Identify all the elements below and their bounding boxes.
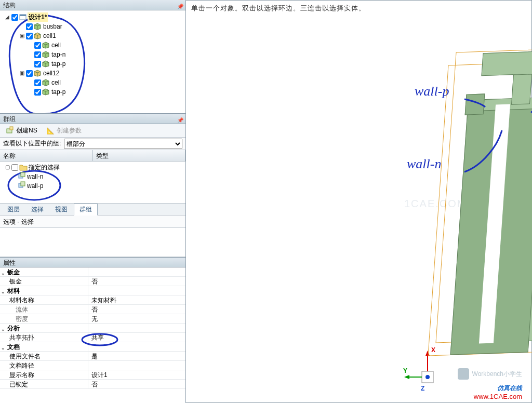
expander-icon[interactable]: ▣	[19, 31, 25, 41]
prop-value[interactable]	[88, 286, 185, 295]
svg-rect-1	[20, 15, 26, 16]
item-label: tap-p	[50, 59, 66, 69]
structure-tree[interactable]: ◢ 设计1* busbar▣cell1celltap-ntap-p▣cell12…	[0, 10, 185, 113]
triad-z: Z	[421, 385, 424, 392]
viewport[interactable]: 单击一个对象。双击以选择环边。三连击以选择实体。 1CAE.COM X Y Z …	[186, 0, 532, 403]
svg-rect-38	[21, 172, 25, 177]
prop-value[interactable]: 共享	[88, 333, 185, 342]
properties-header[interactable]: 属性 📌	[0, 257, 185, 267]
prop-row[interactable]: ⌄文档	[0, 342, 185, 352]
prop-key: 使用文件名	[9, 353, 41, 360]
tree-item[interactable]: busbar	[1, 22, 184, 31]
groups-body[interactable]: ▢ 指定的选择 wall-n wall-p	[0, 162, 185, 203]
item-checkbox[interactable]	[34, 42, 41, 49]
selection-options[interactable]: 选项 - 选择	[0, 216, 185, 228]
create-param-button[interactable]: 📐 创建参数	[43, 125, 85, 137]
item-label: cell	[50, 78, 62, 87]
selection-body	[0, 228, 185, 257]
prop-row[interactable]: ⌄钣金	[0, 267, 185, 277]
create-ns-label: 创建NS	[16, 126, 37, 135]
folder-icon	[19, 164, 28, 171]
prop-value[interactable]	[88, 324, 185, 332]
properties-grid[interactable]: ⌄钣金钣金否⌄材料材料名称未知材料流体否密度无⌄分析共享拓扑共享⌄文档使用文件名…	[0, 267, 185, 403]
item-checkbox[interactable]	[34, 51, 41, 58]
cube-yellow-icon	[34, 70, 41, 77]
group-item[interactable]: wall-n	[2, 172, 183, 181]
tab-groups[interactable]: 群组	[74, 204, 98, 216]
tree-root[interactable]: ◢ 设计1*	[1, 12, 184, 22]
prop-key: 文档	[7, 343, 20, 351]
tree-item[interactable]: cell	[1, 41, 184, 50]
structure-header[interactable]: 结构 📌	[0, 0, 185, 10]
handnote-wall-n: wall-n	[407, 156, 441, 172]
col-type[interactable]: 类型	[93, 150, 186, 161]
tab-layers[interactable]: 图层	[2, 204, 25, 215]
prop-value[interactable]: 否	[88, 305, 185, 314]
prop-value[interactable]: 设计1	[88, 370, 185, 379]
item-checkbox[interactable]	[26, 33, 33, 39]
prop-key: 密度	[16, 315, 28, 323]
item-checkbox[interactable]	[34, 79, 41, 86]
design-icon	[19, 14, 26, 21]
structure-title: 结构	[3, 2, 16, 9]
tree-item[interactable]: tap-p	[1, 59, 184, 69]
tab-select[interactable]: 选择	[26, 204, 49, 215]
prop-row[interactable]: 文档路径	[0, 361, 185, 370]
root-label[interactable]: 设计1*	[28, 12, 48, 22]
lookup-select[interactable]: 根部分	[64, 139, 182, 149]
cube-green-icon	[42, 88, 49, 96]
prop-row[interactable]: 已锁定否	[0, 380, 185, 389]
prop-row[interactable]: 钣金否	[0, 277, 185, 286]
prop-value[interactable]	[88, 267, 185, 276]
prop-value[interactable]	[88, 342, 185, 351]
groups-header[interactable]: 群组 📌	[0, 114, 185, 124]
expander-icon[interactable]: ◢	[4, 12, 10, 22]
item-checkbox[interactable]	[34, 61, 41, 68]
tree-item[interactable]: cell	[1, 78, 184, 87]
cube-green-icon	[42, 79, 49, 86]
prop-row[interactable]: 使用文件名是	[0, 352, 185, 361]
expander-icon[interactable]: ▣	[19, 69, 25, 78]
wechat-icon	[458, 368, 469, 380]
prop-value[interactable]: 否	[88, 380, 185, 388]
item-checkbox[interactable]	[26, 23, 33, 30]
prop-row[interactable]: 流体否	[0, 305, 185, 314]
group-label: wall-p	[27, 181, 43, 191]
watermark-main: Workbench小学生	[458, 368, 522, 380]
tree-item[interactable]: tap-n	[1, 50, 184, 59]
create-ns-button[interactable]: 创建NS	[2, 124, 41, 137]
prop-key: 材料名称	[9, 297, 34, 304]
folder-checkbox[interactable]	[11, 164, 18, 171]
svg-point-53	[425, 375, 430, 379]
prop-row[interactable]: ⌄材料	[0, 286, 185, 295]
prop-row[interactable]: ⌄分析	[0, 324, 185, 333]
tree-item[interactable]: tap-p	[1, 87, 184, 97]
prop-value[interactable]: 无	[88, 314, 185, 323]
prop-row[interactable]: 显示名称设计1	[0, 370, 185, 380]
item-checkbox[interactable]	[34, 89, 41, 96]
cube-green-icon	[34, 23, 41, 30]
item-checkbox[interactable]	[26, 70, 33, 77]
tree-item[interactable]: ▣cell12	[1, 69, 184, 78]
prop-row[interactable]: 密度无	[0, 314, 185, 324]
cube-green-icon	[42, 42, 49, 49]
prop-value[interactable]: 是	[88, 352, 185, 360]
prop-key: 材料	[7, 287, 20, 294]
tree-item[interactable]: ▣cell1	[1, 31, 184, 41]
tab-view[interactable]: 视图	[50, 204, 73, 215]
left-panel: 结构 📌 ◢ 设计1* busbar▣cell1celltap-ntap-p▣c…	[0, 0, 186, 403]
svg-rect-35	[10, 127, 13, 130]
sel-folder-row[interactable]: ▢ 指定的选择	[2, 163, 183, 172]
prop-row[interactable]: 材料名称未知材料	[0, 295, 185, 305]
root-checkbox[interactable]	[11, 14, 18, 21]
prop-value[interactable]: 未知材料	[88, 295, 185, 304]
pin-icon[interactable]: 📌	[177, 115, 183, 126]
group-item[interactable]: wall-p	[2, 181, 183, 191]
groups-toolbar: 创建NS 📐 创建参数	[0, 124, 185, 138]
expander-icon[interactable]: ▢	[4, 163, 10, 172]
pin-icon[interactable]: 📌	[177, 2, 183, 12]
prop-value[interactable]	[88, 361, 185, 370]
prop-value[interactable]: 否	[88, 277, 185, 286]
prop-row[interactable]: 共享拓扑共享	[0, 333, 185, 342]
col-name[interactable]: 名称	[0, 150, 93, 161]
